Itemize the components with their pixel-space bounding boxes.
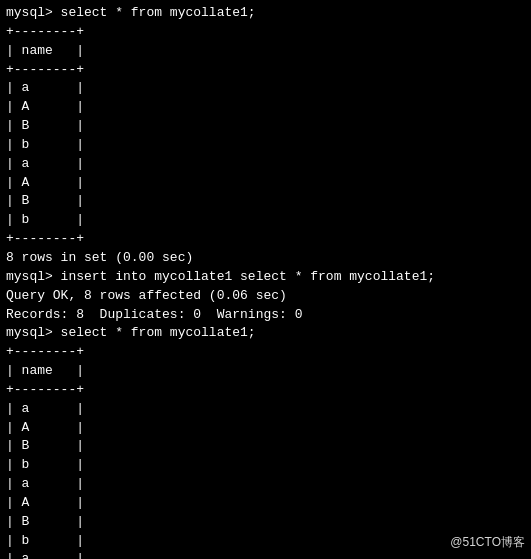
- terminal-line: Records: 8 Duplicates: 0 Warnings: 0: [6, 306, 525, 325]
- terminal-line: | B |: [6, 117, 525, 136]
- terminal-line: Query OK, 8 rows affected (0.06 sec): [6, 287, 525, 306]
- terminal-line: +--------+: [6, 23, 525, 42]
- terminal-line: | a |: [6, 550, 525, 559]
- terminal-line: | B |: [6, 513, 525, 532]
- terminal-window: mysql> select * from mycollate1;+-------…: [0, 0, 531, 559]
- terminal-line: | b |: [6, 532, 525, 551]
- terminal-line: | a |: [6, 79, 525, 98]
- terminal-line: +--------+: [6, 230, 525, 249]
- terminal-line: mysql> select * from mycollate1;: [6, 324, 525, 343]
- terminal-line: +--------+: [6, 381, 525, 400]
- terminal-line: | A |: [6, 98, 525, 117]
- terminal-line: mysql> insert into mycollate1 select * f…: [6, 268, 525, 287]
- terminal-line: | name |: [6, 362, 525, 381]
- terminal-line: +--------+: [6, 61, 525, 80]
- terminal-line: mysql> select * from mycollate1;: [6, 4, 525, 23]
- terminal-line: | a |: [6, 155, 525, 174]
- terminal-line: | a |: [6, 475, 525, 494]
- terminal-line: | A |: [6, 494, 525, 513]
- terminal-line: | A |: [6, 419, 525, 438]
- terminal-line: | A |: [6, 174, 525, 193]
- terminal-line: | B |: [6, 437, 525, 456]
- terminal-line: | name |: [6, 42, 525, 61]
- terminal-line: | b |: [6, 211, 525, 230]
- terminal-line: | B |: [6, 192, 525, 211]
- terminal-line: | b |: [6, 456, 525, 475]
- terminal-line: | b |: [6, 136, 525, 155]
- terminal-line: | a |: [6, 400, 525, 419]
- watermark: @51CTO博客: [450, 534, 525, 551]
- terminal-line: +--------+: [6, 343, 525, 362]
- terminal-line: 8 rows in set (0.00 sec): [6, 249, 525, 268]
